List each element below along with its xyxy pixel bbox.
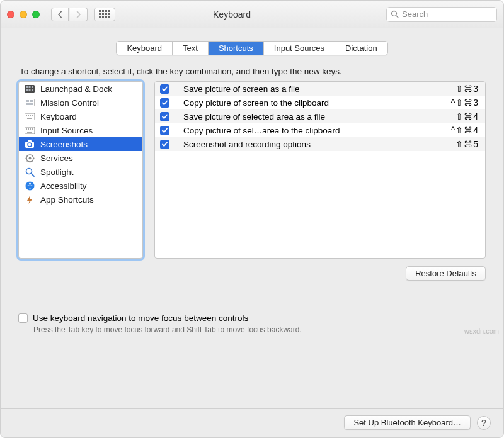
minimize-icon[interactable] xyxy=(20,11,27,18)
svg-rect-20 xyxy=(26,128,27,130)
kb-nav-hint: Press the Tab key to move focus forward … xyxy=(33,325,486,334)
sidebar-item-screenshots[interactable]: Screenshots xyxy=(19,137,142,151)
sidebar-item-accessibility[interactable]: Accessibility xyxy=(19,179,142,193)
nav-buttons xyxy=(51,8,88,21)
svg-rect-6 xyxy=(26,89,28,91)
svg-rect-7 xyxy=(29,89,31,91)
sidebar-item-app-shortcuts[interactable]: App Shortcuts xyxy=(19,193,142,206)
shortcut-row[interactable]: Copy picture of sel…area to the clipboar… xyxy=(155,123,485,137)
sidebar-item-mission-control[interactable]: Mission Control xyxy=(19,96,142,110)
svg-line-34 xyxy=(26,155,27,155)
app-shortcuts-icon xyxy=(24,194,35,205)
sidebar-item-label: Spotlight xyxy=(40,167,74,177)
svg-rect-23 xyxy=(32,128,33,130)
forward-button[interactable] xyxy=(70,8,88,21)
shortcut-label: Screenshot and recording options xyxy=(183,140,450,149)
enable-checkbox[interactable] xyxy=(160,112,169,121)
back-button[interactable] xyxy=(51,8,69,21)
instruction-text: To change a shortcut, select it, click t… xyxy=(20,67,486,76)
kb-nav-checkbox[interactable] xyxy=(18,313,28,323)
sidebar-item-label: Mission Control xyxy=(40,98,99,108)
sidebar-item-label: App Shortcuts xyxy=(40,195,94,205)
sidebar-item-label: Accessibility xyxy=(40,181,87,191)
setup-bluetooth-button[interactable]: Set Up Bluetooth Keyboard… xyxy=(344,415,471,430)
svg-point-41 xyxy=(29,182,31,184)
sidebar-item-keyboard[interactable]: Keyboard xyxy=(19,110,142,123)
svg-rect-18 xyxy=(27,118,32,119)
window-controls xyxy=(7,11,40,18)
shortcut-label: Copy picture of sel…area to the clipboar… xyxy=(183,126,446,135)
mission-control-icon xyxy=(24,98,35,108)
spotlight-icon xyxy=(24,167,35,177)
tab-bar: Keyboard Text Shortcuts Input Sources Di… xyxy=(116,41,387,55)
svg-rect-9 xyxy=(25,99,35,106)
chevron-right-icon xyxy=(76,11,81,18)
chevron-left-icon xyxy=(57,11,63,18)
svg-line-35 xyxy=(32,160,33,161)
shortcut-keys[interactable]: ^⇧⌘4 xyxy=(446,125,479,135)
sidebar-item-label: Screenshots xyxy=(40,140,88,149)
svg-line-37 xyxy=(26,160,27,161)
show-all-button[interactable] xyxy=(94,8,115,21)
launchpad-icon xyxy=(24,84,35,94)
shortcut-row[interactable]: Screenshot and recording options ⇧⌘5 xyxy=(155,137,485,151)
svg-rect-3 xyxy=(26,86,28,88)
svg-line-39 xyxy=(31,173,34,176)
enable-checkbox[interactable] xyxy=(160,126,169,135)
enable-checkbox[interactable] xyxy=(160,140,169,149)
restore-row: Restore Defaults xyxy=(18,266,486,281)
svg-rect-11 xyxy=(30,100,33,102)
restore-defaults-button[interactable]: Restore Defaults xyxy=(406,266,486,281)
svg-rect-17 xyxy=(32,115,33,116)
shortcut-keys[interactable]: ⇧⌘5 xyxy=(450,139,479,149)
tab-input-sources[interactable]: Input Sources xyxy=(264,42,335,55)
shortcut-keys[interactable]: ^⇧⌘3 xyxy=(446,98,479,108)
titlebar: Keyboard Search xyxy=(1,1,503,28)
svg-rect-12 xyxy=(26,103,33,105)
svg-rect-14 xyxy=(26,115,27,116)
search-placeholder: Search xyxy=(402,9,428,19)
services-icon xyxy=(24,153,35,163)
svg-line-1 xyxy=(396,16,399,18)
input-sources-icon xyxy=(24,125,35,135)
svg-point-29 xyxy=(28,157,31,159)
grid-icon xyxy=(99,10,110,18)
kb-nav-section: Use keyboard navigation to move focus be… xyxy=(18,313,486,334)
shortcut-row[interactable]: Save picture of selected area as a file … xyxy=(155,110,485,123)
close-icon[interactable] xyxy=(7,11,14,18)
enable-checkbox[interactable] xyxy=(160,98,169,108)
sidebar-item-spotlight[interactable]: Spotlight xyxy=(19,165,142,179)
tab-dictation[interactable]: Dictation xyxy=(335,42,387,55)
shortcut-row[interactable]: Save picture of screen as a file ⇧⌘3 xyxy=(155,82,485,96)
sidebar-item-label: Launchpad & Dock xyxy=(40,84,112,94)
svg-rect-22 xyxy=(30,128,31,130)
tab-shortcuts[interactable]: Shortcuts xyxy=(209,42,264,55)
screenshots-icon xyxy=(24,139,35,149)
search-icon xyxy=(391,10,399,18)
sidebar-item-input-sources[interactable]: Input Sources xyxy=(19,123,142,137)
tab-keyboard[interactable]: Keyboard xyxy=(117,42,173,55)
help-button[interactable]: ? xyxy=(477,416,491,430)
kb-nav-label: Use keyboard navigation to move focus be… xyxy=(33,313,248,323)
category-sidebar[interactable]: Launchpad & Dock Mission Control Keyboar… xyxy=(18,81,143,259)
window-title: Keyboard xyxy=(122,9,380,20)
shortcut-label: Save picture of screen as a file xyxy=(183,84,450,94)
accessibility-icon xyxy=(24,181,35,191)
keyboard-icon xyxy=(24,111,35,121)
search-input[interactable]: Search xyxy=(386,7,497,22)
sidebar-item-launchpad[interactable]: Launchpad & Dock xyxy=(19,82,142,96)
kb-nav-row: Use keyboard navigation to move focus be… xyxy=(18,313,486,323)
shortcut-list[interactable]: Save picture of screen as a file ⇧⌘3 Cop… xyxy=(154,81,486,259)
shortcut-keys[interactable]: ⇧⌘3 xyxy=(450,84,479,94)
svg-rect-10 xyxy=(26,100,29,102)
sidebar-item-services[interactable]: Services xyxy=(19,151,142,165)
shortcut-row[interactable]: Copy picture of screen to the clipboard … xyxy=(155,96,485,110)
tab-text[interactable]: Text xyxy=(173,42,209,55)
sidebar-item-label: Input Sources xyxy=(40,126,93,135)
shortcut-keys[interactable]: ⇧⌘4 xyxy=(450,111,479,121)
svg-rect-16 xyxy=(30,115,31,116)
svg-rect-21 xyxy=(28,128,29,130)
enable-checkbox[interactable] xyxy=(160,84,169,94)
svg-rect-5 xyxy=(32,86,33,88)
zoom-icon[interactable] xyxy=(32,11,40,18)
